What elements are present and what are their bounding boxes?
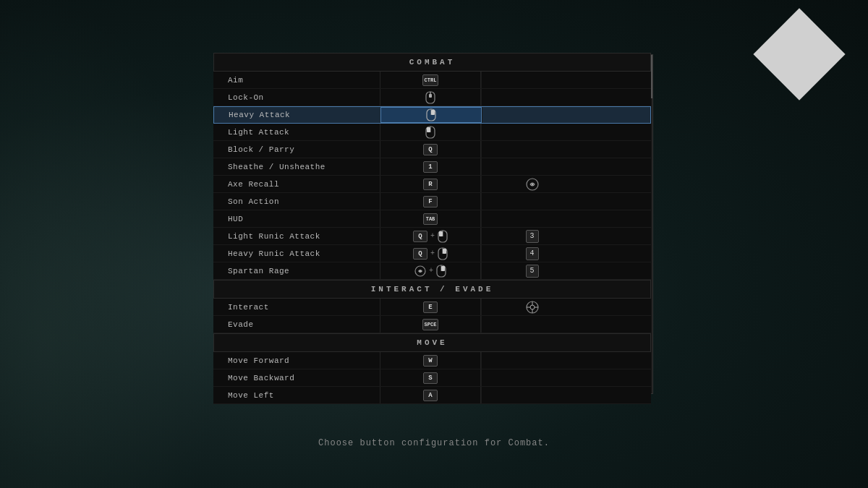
table-row[interactable]: Move Forward W <box>213 352 651 369</box>
key-slot-primary[interactable] <box>380 107 482 123</box>
svg-rect-8 <box>427 127 430 132</box>
key-slot-primary[interactable] <box>380 89 481 106</box>
key-badge: 1 <box>423 161 438 173</box>
mouse-left-icon <box>425 126 435 139</box>
key-num: 5 <box>526 265 539 278</box>
table-row[interactable]: Move Backward S <box>213 369 651 387</box>
action-label: Heavy Attack <box>214 111 380 119</box>
table-row[interactable]: Son Action F <box>213 193 651 210</box>
key-slot-primary[interactable]: SPCE <box>380 316 481 333</box>
key-slot-secondary[interactable] <box>481 299 582 315</box>
table-row[interactable]: Block / Parry Q <box>213 141 651 158</box>
key-badge-q: Q <box>413 231 427 242</box>
svg-rect-16 <box>443 249 446 254</box>
action-label: Block / Parry <box>213 145 380 154</box>
key-badge: R <box>423 179 438 190</box>
table-row[interactable]: Aim CTRL <box>213 72 651 89</box>
key-slot-secondary[interactable] <box>482 107 583 123</box>
plus-sign: + <box>430 232 435 240</box>
svg-point-22 <box>530 305 535 309</box>
key-slot-primary[interactable]: CTRL <box>380 72 481 88</box>
mouse-middle-icon <box>425 91 435 104</box>
plus-sign: + <box>430 249 435 257</box>
table-row[interactable]: Axe Recall R <box>213 176 651 193</box>
key-badge: Q <box>423 144 438 155</box>
key-slot-primary[interactable]: S <box>380 369 481 386</box>
table-row[interactable]: Move Left A <box>213 387 651 404</box>
action-label: Move Forward <box>213 356 380 365</box>
key-slot-primary[interactable]: TAB <box>380 210 481 227</box>
key-slot-secondary[interactable] <box>481 141 582 158</box>
table-row[interactable]: Lock-On <box>213 89 651 106</box>
action-label: Lock-On <box>213 93 380 102</box>
key-slot-primary[interactable] <box>380 124 481 140</box>
section-header-interact: INTERACT / EVADE <box>213 280 651 299</box>
action-label: Move Backward <box>213 374 380 382</box>
action-label: Heavy Runic Attack <box>213 249 380 258</box>
action-label: HUD <box>213 215 380 223</box>
action-label: Spartan Rage <box>213 267 380 275</box>
plus-sign: + <box>429 267 433 275</box>
key-slot-secondary[interactable] <box>481 124 582 140</box>
table-row[interactable]: Light Attack <box>213 124 651 141</box>
key-slot-secondary[interactable]: 5 <box>481 262 582 279</box>
mouse-thumb-icon <box>526 301 539 314</box>
key-slot-secondary[interactable] <box>481 193 582 210</box>
svg-rect-20 <box>441 266 445 271</box>
key-slot-secondary[interactable] <box>481 387 582 403</box>
table-row[interactable]: Sheathe / Unsheathe 1 <box>213 158 651 176</box>
table-row[interactable]: Heavy Attack <box>213 106 651 124</box>
key-slot-primary[interactable]: A <box>380 387 481 403</box>
circle-icon <box>414 265 426 277</box>
mouse-left-icon <box>438 230 448 243</box>
key-slot-secondary[interactable] <box>481 210 582 227</box>
table-row[interactable]: Heavy Runic Attack Q + 4 <box>213 245 651 262</box>
mouse-right-icon <box>438 247 448 260</box>
key-badge: A <box>423 390 438 401</box>
svg-rect-2 <box>429 94 432 98</box>
action-label: Move Left <box>213 391 380 400</box>
mouse-scroll-icon <box>526 178 539 191</box>
key-slot-primary[interactable]: + <box>380 262 481 279</box>
key-slot-secondary[interactable] <box>481 72 582 88</box>
table-row[interactable]: Evade SPCE <box>213 316 651 333</box>
key-num: 3 <box>526 230 539 243</box>
action-label: Light Runic Attack <box>213 232 380 241</box>
key-slot-primary[interactable]: E <box>380 299 481 315</box>
key-badge: E <box>423 301 438 313</box>
key-slot-secondary[interactable]: 4 <box>481 245 582 262</box>
mouse-right-icon <box>436 265 446 278</box>
key-slot-primary[interactable]: R <box>380 176 481 192</box>
key-slot-primary[interactable]: Q + <box>380 245 481 262</box>
key-slot-secondary[interactable] <box>481 316 582 333</box>
key-badge: CTRL <box>422 74 439 86</box>
section-header-move: MOVE <box>213 333 651 352</box>
action-label: Evade <box>213 320 380 329</box>
key-num: 4 <box>526 247 539 260</box>
section-header-combat: COMBAT <box>213 53 651 72</box>
key-badge: S <box>423 372 438 384</box>
table-row[interactable]: Spartan Rage + 5 <box>213 262 651 280</box>
key-slot-secondary[interactable] <box>481 158 582 175</box>
key-slot-primary[interactable]: Q + <box>380 228 481 244</box>
key-slot-primary[interactable]: W <box>380 352 481 369</box>
footer-text: Choose button configuration for Combat. <box>0 438 868 448</box>
key-slot-secondary[interactable]: 3 <box>481 228 582 244</box>
key-slot-secondary[interactable] <box>481 89 582 106</box>
key-slot-secondary[interactable] <box>481 369 582 386</box>
table-row[interactable]: Light Runic Attack Q + 3 <box>213 228 651 245</box>
table-row[interactable]: Interact E <box>213 299 651 316</box>
diamond-decoration <box>753 8 845 100</box>
key-badge: TAB <box>423 213 438 225</box>
key-slot-primary[interactable]: F <box>380 193 481 210</box>
action-label: Interact <box>213 303 380 312</box>
action-label: Son Action <box>213 197 380 206</box>
key-badge: W <box>423 355 438 367</box>
svg-rect-13 <box>439 231 443 236</box>
key-slot-secondary[interactable] <box>481 352 582 369</box>
mouse-right-icon <box>426 108 436 121</box>
table-row[interactable]: HUD TAB <box>213 210 651 228</box>
key-slot-primary[interactable]: Q <box>380 141 481 158</box>
key-slot-secondary[interactable] <box>481 176 582 192</box>
key-slot-primary[interactable]: 1 <box>380 158 481 175</box>
